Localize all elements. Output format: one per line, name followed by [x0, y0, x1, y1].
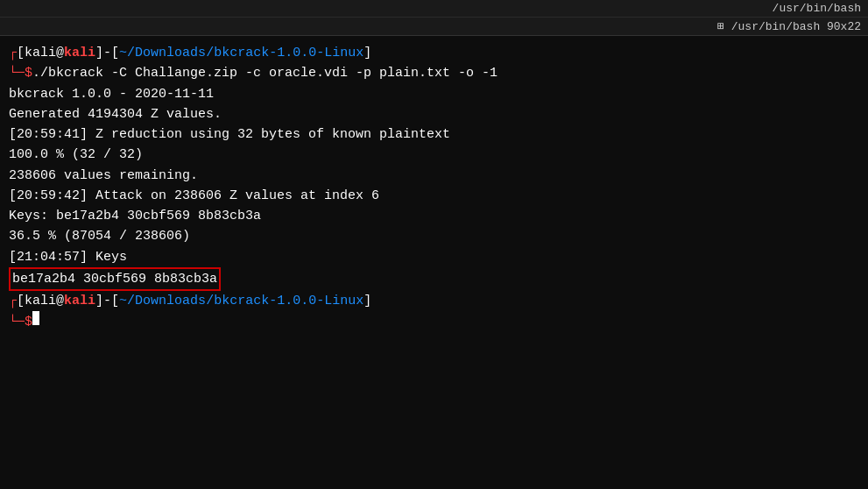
output-text-6: [20:59:42] Attack on 238606 Z values at … — [9, 186, 379, 206]
keys-value: be17a2b4 30cbf569 8b83cb3a — [9, 267, 221, 291]
corner-bottom-2: └─ — [9, 312, 25, 332]
grid-icon: ⊞ — [717, 19, 724, 33]
prompt-block-1: ┌[kali@kali]-[~/Downloads/bkcrack-1.0.0-… — [9, 43, 859, 84]
output-line-8: 36.5 % (87054 / 238606) — [9, 226, 859, 246]
output-text-9: [21:04:57] Keys — [9, 247, 127, 267]
output-line-9: [21:04:57] Keys — [9, 247, 859, 267]
prompt-user-2: kali — [25, 291, 56, 311]
output-line-5: 238606 values remaining. — [9, 166, 859, 186]
bracket-close-1: ] — [95, 43, 103, 63]
prompt-block-2: ┌[kali@kali]-[~/Downloads/bkcrack-1.0.0-… — [9, 291, 859, 333]
keys-line: be17a2b4 30cbf569 8b83cb3a — [9, 267, 859, 291]
title-bottom-text: /usr/bin/bash 90x22 — [731, 20, 861, 33]
title-bar-bottom: ⊞ /usr/bin/bash 90x22 — [0, 18, 868, 35]
corner-top-1: ┌ — [9, 43, 17, 63]
prompt-path-2: ~/Downloads/bkcrack-1.0.0-Linux — [119, 291, 363, 311]
output-line-1: bkcrack 1.0.0 - 2020-11-11 — [9, 84, 859, 104]
prompt-host-2: kali — [64, 291, 95, 311]
output-line-4: 100.0 % (32 / 32) — [9, 145, 859, 165]
prompt-pathclose-2: ] — [363, 291, 371, 311]
prompt-at-2: @ — [56, 291, 64, 311]
command-1: ./bkcrack -C Challange.zip -c oracle.vdi… — [32, 63, 498, 83]
terminal-window: /usr/bin/bash ⊞ /usr/bin/bash 90x22 ┌[ka… — [0, 0, 868, 489]
output-line-7: Keys: be17a2b4 30cbf569 8b83cb3a — [9, 206, 859, 226]
corner-bottom-1: └─ — [9, 63, 25, 83]
bracket-open-1: [ — [17, 43, 25, 63]
bracket-open-2: [ — [17, 291, 25, 311]
title-bar-top: /usr/bin/bash — [0, 0, 868, 18]
corner-top-2: ┌ — [9, 291, 17, 311]
prompt-at-1: @ — [56, 43, 64, 63]
output-text-3: [20:59:41] Z reduction using 32 bytes of… — [9, 124, 450, 145]
prompt-bottom-line-2: └─$ — [9, 311, 859, 332]
output-text-1: bkcrack 1.0.0 - 2020-11-11 — [9, 84, 214, 104]
prompt-host-1: kali — [64, 43, 95, 63]
prompt-sep-2: -[ — [103, 291, 119, 311]
cursor — [32, 311, 39, 325]
prompt-sep-1: -[ — [103, 43, 119, 63]
bracket-close-2: ] — [95, 291, 103, 311]
output-text-5: 238606 values remaining. — [9, 166, 198, 186]
title-bar: /usr/bin/bash ⊞ /usr/bin/bash 90x22 — [0, 0, 868, 36]
output-text-4: 100.0 % (32 / 32) — [9, 145, 143, 165]
prompt-bottom-line-1: └─$./bkcrack -C Challange.zip -c oracle.… — [9, 63, 859, 83]
prompt-top-line-2: ┌[kali@kali]-[~/Downloads/bkcrack-1.0.0-… — [9, 291, 859, 311]
output-line-6: [20:59:42] Attack on 238606 Z values at … — [9, 186, 859, 206]
dollar-2: $ — [25, 312, 32, 332]
title-top-text: /usr/bin/bash — [773, 2, 861, 15]
terminal-body[interactable]: ┌[kali@kali]-[~/Downloads/bkcrack-1.0.0-… — [0, 36, 868, 489]
prompt-path-1: ~/Downloads/bkcrack-1.0.0-Linux — [119, 43, 363, 63]
prompt-top-line-1: ┌[kali@kali]-[~/Downloads/bkcrack-1.0.0-… — [9, 43, 859, 63]
prompt-user-1: kali — [25, 43, 56, 63]
prompt-pathclose-1: ] — [363, 43, 371, 63]
output-line-3: [20:59:41] Z reduction using 32 bytes of… — [9, 124, 859, 145]
output-text-8: 36.5 % (87054 / 238606) — [9, 226, 190, 246]
output-line-2: Generated 4194304 Z values. — [9, 104, 859, 124]
output-text-7: Keys: be17a2b4 30cbf569 8b83cb3a — [9, 206, 261, 226]
dollar-1: $ — [25, 63, 32, 83]
output-text-2: Generated 4194304 Z values. — [9, 104, 222, 124]
